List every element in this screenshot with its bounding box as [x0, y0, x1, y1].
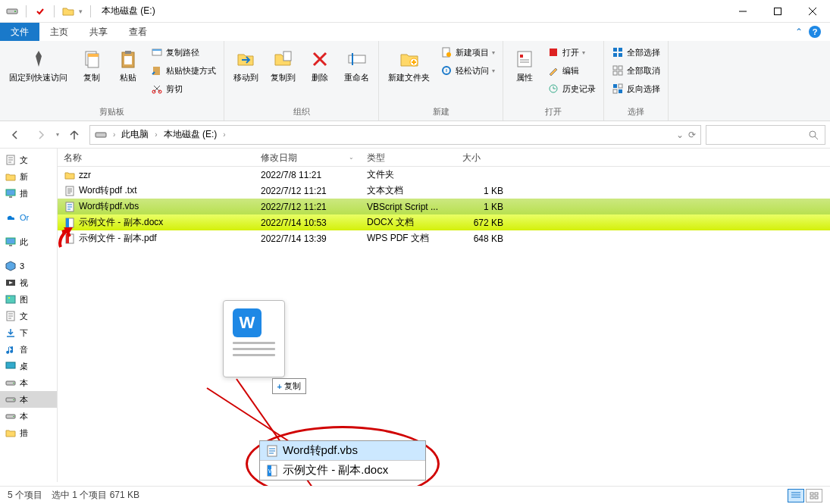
header-name[interactable]: 名称 — [58, 149, 255, 167]
maximize-button[interactable] — [760, 0, 795, 23]
cut-button[interactable]: 剪切 — [148, 80, 219, 97]
details-view-button[interactable] — [788, 489, 804, 502]
tab-file[interactable]: 文件 — [0, 23, 39, 41]
navigation-pane[interactable]: 文新措Or此3视图文下音桌本本本措 — [0, 149, 58, 482]
edit-button[interactable]: 编辑 — [544, 62, 599, 79]
header-size[interactable]: 大小 — [456, 149, 509, 167]
sidebar-item[interactable]: Or — [0, 209, 57, 226]
minimize-button[interactable] — [725, 0, 760, 23]
svg-rect-40 — [6, 189, 15, 196]
download-icon — [5, 327, 17, 339]
history-dropdown[interactable]: ▾ — [56, 131, 59, 138]
svg-rect-63 — [268, 465, 271, 476]
search-input[interactable] — [706, 125, 825, 145]
sidebar-item[interactable]: 此 — [0, 233, 57, 250]
file-row[interactable]: Word转pdf.vbs2022/7/12 11:21VBScript Scri… — [58, 199, 830, 214]
delete-button[interactable]: 删除 — [303, 44, 337, 105]
breadcrumb-bar[interactable]: › 此电脑 › 本地磁盘 (E:) › ⌄ ⟳ — [89, 125, 701, 145]
easy-access-button[interactable]: 轻松访问▾ — [437, 62, 498, 79]
sidebar-item[interactable]: 本 — [0, 374, 57, 391]
svg-rect-66 — [815, 493, 818, 495]
help-icon[interactable]: ? — [809, 26, 821, 38]
svg-rect-62 — [268, 465, 277, 476]
svg-rect-33 — [613, 84, 617, 88]
sidebar-item[interactable]: 下 — [0, 324, 57, 341]
plus-icon: + — [277, 382, 282, 391]
rename-button[interactable]: 重命名 — [340, 44, 374, 105]
forward-button[interactable] — [30, 124, 52, 146]
file-row[interactable]: Word转pdf .txt2022/7/12 11:21文本文档1 KB — [58, 183, 830, 199]
svg-rect-67 — [810, 496, 813, 499]
sidebar-item[interactable]: 措 — [0, 185, 57, 202]
sidebar-item[interactable]: 视 — [0, 274, 57, 291]
svg-rect-43 — [9, 245, 12, 246]
file-type: 文本文档 — [361, 184, 456, 197]
chevron-right-icon[interactable]: › — [155, 130, 157, 139]
icons-view-button[interactable] — [806, 489, 822, 502]
move-to-button[interactable]: 移动到 — [229, 44, 263, 105]
sidebar-item-label: 措 — [20, 427, 28, 439]
file-row[interactable]: zzr2022/7/8 11:21文件夹 — [58, 167, 830, 183]
sidebar-item-label: Or — [20, 213, 29, 222]
invert-selection-button[interactable]: 反向选择 — [609, 80, 663, 97]
dropdown-icon[interactable]: ⌄ — [676, 130, 684, 140]
separator — [26, 5, 27, 17]
copy-path-button[interactable]: 复制路径 — [148, 44, 219, 61]
sidebar-item[interactable]: 措 — [0, 424, 57, 441]
crumb-this-pc[interactable]: 此电脑 — [121, 128, 149, 141]
properties-button[interactable]: 属性 — [508, 44, 541, 105]
open-button[interactable]: 打开▾ — [544, 44, 599, 61]
doc-icon — [5, 154, 17, 166]
svg-rect-30 — [619, 66, 622, 70]
file-row[interactable]: 示例文件 - 副本.docx2022/7/14 10:53DOCX 文档672 … — [58, 214, 830, 230]
pin-button[interactable]: 固定到快速访问 — [5, 44, 72, 105]
refresh-icon[interactable]: ⟳ — [688, 130, 696, 140]
file-size: 1 KB — [456, 186, 509, 196]
window-title: 本地磁盘 (E:) — [102, 5, 155, 17]
svg-rect-8 — [124, 56, 132, 64]
sidebar-item[interactable]: 文 — [0, 308, 57, 324]
chevron-down-icon[interactable]: ▾ — [79, 8, 83, 15]
svg-point-54 — [13, 416, 14, 418]
file-type: DOCX 文档 — [361, 216, 456, 229]
sidebar-item[interactable]: 本 — [0, 408, 57, 424]
history-button[interactable]: 历史记录 — [544, 80, 599, 97]
desktop-icon — [5, 360, 17, 372]
file-row[interactable]: 示例文件 - 副本.pdf2022/7/14 13:39WPS PDF 文档64… — [58, 230, 830, 246]
chevron-right-icon[interactable]: › — [113, 130, 115, 139]
svg-rect-58 — [66, 218, 69, 227]
header-date[interactable]: 修改日期⌄ — [255, 149, 361, 167]
sidebar-item-label: 措 — [20, 188, 28, 199]
checkmark-icon[interactable] — [34, 5, 46, 17]
svg-point-52 — [13, 399, 14, 401]
paste-shortcut-button[interactable]: 粘贴快捷方式 — [148, 62, 219, 79]
back-button[interactable] — [5, 124, 26, 146]
new-folder-button[interactable]: 新建文件夹 — [384, 44, 434, 105]
select-all-button[interactable]: 全部选择 — [609, 44, 663, 61]
copy-to-button[interactable]: 复制到 — [266, 44, 300, 105]
chevron-up-icon[interactable]: ⌃ — [795, 27, 803, 37]
svg-rect-7 — [125, 51, 131, 54]
close-button[interactable] — [795, 0, 830, 23]
chevron-right-icon[interactable]: › — [223, 130, 225, 139]
column-headers: 名称 修改日期⌄ 类型 大小 — [58, 149, 830, 167]
sidebar-item[interactable]: 桌 — [0, 358, 57, 374]
up-button[interactable] — [64, 124, 85, 146]
sidebar-item[interactable]: 本 — [0, 391, 57, 408]
tab-view[interactable]: 查看 — [118, 23, 158, 41]
sidebar-item-label: 视 — [20, 277, 28, 289]
sidebar-item[interactable]: 图 — [0, 291, 57, 308]
tab-share[interactable]: 共享 — [79, 23, 118, 41]
select-none-button[interactable]: 全部取消 — [609, 62, 663, 79]
sidebar-item[interactable]: 文 — [0, 152, 57, 168]
paste-button[interactable]: 粘贴 — [111, 44, 145, 105]
new-item-button[interactable]: 新建项目▾ — [437, 44, 498, 61]
sidebar-item[interactable]: 新 — [0, 168, 57, 185]
sidebar-item[interactable]: 3 — [0, 258, 57, 274]
sidebar-item[interactable]: 音 — [0, 341, 57, 358]
copy-button[interactable]: 复制 — [75, 44, 108, 105]
drive-icon — [6, 5, 18, 17]
tab-home[interactable]: 主页 — [39, 23, 79, 41]
header-type[interactable]: 类型 — [361, 149, 456, 167]
crumb-drive[interactable]: 本地磁盘 (E:) — [164, 128, 218, 141]
